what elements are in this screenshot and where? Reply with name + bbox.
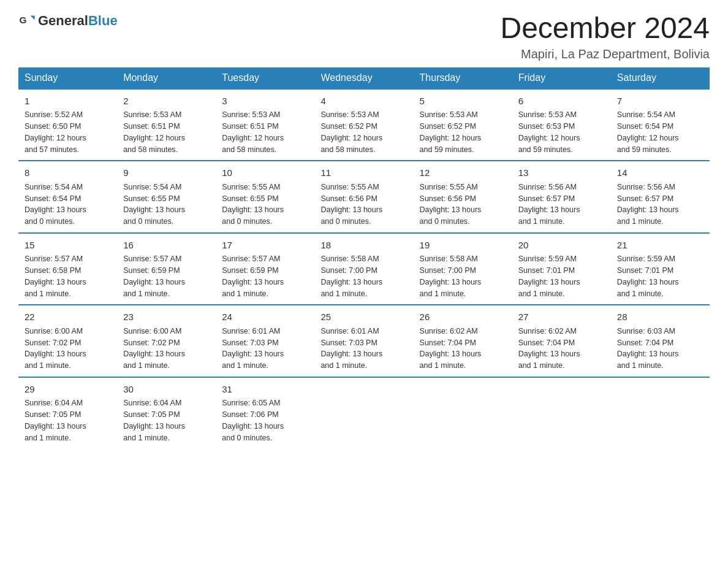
calendar-day-cell: 6Sunrise: 5:53 AMSunset: 6:53 PMDaylight… (512, 89, 611, 161)
calendar-header-row: SundayMondayTuesdayWednesdayThursdayFrid… (18, 67, 710, 89)
calendar-day-cell: 24Sunrise: 6:01 AMSunset: 7:03 PMDayligh… (216, 305, 314, 377)
day-info: Sunrise: 5:58 AMSunset: 7:00 PMDaylight:… (420, 253, 506, 299)
calendar-day-cell: 22Sunrise: 6:00 AMSunset: 7:02 PMDayligh… (18, 305, 117, 377)
day-info: Sunrise: 6:02 AMSunset: 7:04 PMDaylight:… (420, 326, 506, 372)
day-number: 17 (222, 239, 308, 253)
calendar-day-cell: 4Sunrise: 5:53 AMSunset: 6:52 PMDaylight… (314, 89, 413, 161)
day-number: 10 (222, 166, 308, 180)
day-info: Sunrise: 5:53 AMSunset: 6:52 PMDaylight:… (420, 109, 506, 155)
calendar-week-row: 1Sunrise: 5:52 AMSunset: 6:50 PMDaylight… (18, 89, 710, 161)
day-number: 12 (420, 166, 506, 180)
day-info: Sunrise: 6:03 AMSunset: 7:04 PMDaylight:… (617, 326, 703, 372)
location-subtitle: Mapiri, La Paz Department, Bolivia (500, 47, 710, 61)
calendar-day-cell: 15Sunrise: 5:57 AMSunset: 6:58 PMDayligh… (18, 233, 117, 305)
calendar-day-cell: 31Sunrise: 6:05 AMSunset: 7:06 PMDayligh… (216, 377, 314, 449)
day-info: Sunrise: 5:57 AMSunset: 6:59 PMDaylight:… (123, 253, 210, 299)
day-of-week-header: Wednesday (314, 67, 413, 89)
day-info: Sunrise: 5:59 AMSunset: 7:01 PMDaylight:… (617, 253, 703, 299)
logo-blue-text: Blue (88, 13, 118, 28)
day-info: Sunrise: 5:56 AMSunset: 6:57 PMDaylight:… (518, 182, 605, 228)
day-number: 9 (123, 166, 210, 180)
day-info: Sunrise: 5:55 AMSunset: 6:56 PMDaylight:… (420, 182, 506, 228)
day-number: 8 (25, 166, 111, 180)
calendar-day-cell: 21Sunrise: 5:59 AMSunset: 7:01 PMDayligh… (611, 233, 710, 305)
calendar-day-cell: 20Sunrise: 5:59 AMSunset: 7:01 PMDayligh… (512, 233, 611, 305)
title-block: December 2024 Mapiri, La Paz Department,… (500, 12, 710, 61)
calendar-day-cell (512, 377, 611, 449)
day-info: Sunrise: 5:56 AMSunset: 6:57 PMDaylight:… (617, 182, 703, 228)
day-number: 31 (222, 383, 308, 397)
day-number: 16 (123, 239, 210, 253)
logo: G GeneralBlue (18, 12, 118, 29)
day-number: 29 (25, 383, 111, 397)
day-info: Sunrise: 5:54 AMSunset: 6:55 PMDaylight:… (123, 182, 210, 228)
calendar-day-cell: 29Sunrise: 6:04 AMSunset: 7:05 PMDayligh… (18, 377, 117, 449)
day-info: Sunrise: 6:02 AMSunset: 7:04 PMDaylight:… (518, 326, 605, 372)
page-header: G GeneralBlue December 2024 Mapiri, La P… (18, 12, 710, 61)
calendar-day-cell: 8Sunrise: 5:54 AMSunset: 6:54 PMDaylight… (18, 161, 117, 233)
calendar-day-cell: 7Sunrise: 5:54 AMSunset: 6:54 PMDaylight… (611, 89, 710, 161)
day-number: 27 (518, 310, 605, 324)
day-info: Sunrise: 5:52 AMSunset: 6:50 PMDaylight:… (25, 109, 111, 155)
day-of-week-header: Sunday (18, 67, 117, 89)
day-number: 24 (222, 310, 308, 324)
calendar-day-cell: 27Sunrise: 6:02 AMSunset: 7:04 PMDayligh… (512, 305, 611, 377)
calendar-day-cell: 14Sunrise: 5:56 AMSunset: 6:57 PMDayligh… (611, 161, 710, 233)
calendar-day-cell: 13Sunrise: 5:56 AMSunset: 6:57 PMDayligh… (512, 161, 611, 233)
day-of-week-header: Tuesday (216, 67, 314, 89)
day-number: 21 (617, 239, 703, 253)
calendar-week-row: 8Sunrise: 5:54 AMSunset: 6:54 PMDaylight… (18, 161, 710, 233)
day-info: Sunrise: 6:01 AMSunset: 7:03 PMDaylight:… (222, 326, 308, 372)
calendar-day-cell: 23Sunrise: 6:00 AMSunset: 7:02 PMDayligh… (117, 305, 216, 377)
day-number: 2 (123, 94, 210, 109)
day-number: 18 (320, 239, 407, 253)
day-of-week-header: Monday (117, 67, 216, 89)
day-info: Sunrise: 5:55 AMSunset: 6:56 PMDaylight:… (320, 182, 407, 228)
calendar-day-cell: 28Sunrise: 6:03 AMSunset: 7:04 PMDayligh… (611, 305, 710, 377)
day-number: 14 (617, 166, 703, 180)
day-info: Sunrise: 6:00 AMSunset: 7:02 PMDaylight:… (25, 326, 111, 372)
day-info: Sunrise: 5:59 AMSunset: 7:01 PMDaylight:… (518, 253, 605, 299)
day-number: 6 (518, 94, 605, 109)
day-number: 7 (617, 94, 703, 109)
calendar-day-cell: 10Sunrise: 5:55 AMSunset: 6:55 PMDayligh… (216, 161, 314, 233)
svg-marker-1 (31, 16, 35, 20)
day-number: 22 (25, 310, 111, 324)
calendar-day-cell: 30Sunrise: 6:04 AMSunset: 7:05 PMDayligh… (117, 377, 216, 449)
day-info: Sunrise: 5:53 AMSunset: 6:51 PMDaylight:… (222, 109, 308, 155)
calendar-week-row: 15Sunrise: 5:57 AMSunset: 6:58 PMDayligh… (18, 233, 710, 305)
svg-text:G: G (19, 15, 26, 25)
calendar-day-cell (314, 377, 413, 449)
day-number: 11 (320, 166, 407, 180)
day-info: Sunrise: 5:54 AMSunset: 6:54 PMDaylight:… (25, 182, 111, 228)
calendar-day-cell: 16Sunrise: 5:57 AMSunset: 6:59 PMDayligh… (117, 233, 216, 305)
day-info: Sunrise: 6:04 AMSunset: 7:05 PMDaylight:… (25, 397, 111, 443)
day-info: Sunrise: 5:53 AMSunset: 6:52 PMDaylight:… (320, 109, 407, 155)
day-number: 20 (518, 239, 605, 253)
day-number: 25 (320, 310, 407, 324)
day-info: Sunrise: 5:58 AMSunset: 7:00 PMDaylight:… (320, 253, 407, 299)
logo-icon: G (18, 12, 36, 29)
day-number: 28 (617, 310, 703, 324)
calendar-day-cell: 2Sunrise: 5:53 AMSunset: 6:51 PMDaylight… (117, 89, 216, 161)
day-of-week-header: Thursday (414, 67, 512, 89)
day-number: 26 (420, 310, 506, 324)
calendar-day-cell (414, 377, 512, 449)
calendar-week-row: 22Sunrise: 6:00 AMSunset: 7:02 PMDayligh… (18, 305, 710, 377)
calendar-day-cell: 11Sunrise: 5:55 AMSunset: 6:56 PMDayligh… (314, 161, 413, 233)
day-info: Sunrise: 5:57 AMSunset: 6:59 PMDaylight:… (222, 253, 308, 299)
day-number: 19 (420, 239, 506, 253)
calendar-day-cell: 26Sunrise: 6:02 AMSunset: 7:04 PMDayligh… (414, 305, 512, 377)
calendar-week-row: 29Sunrise: 6:04 AMSunset: 7:05 PMDayligh… (18, 377, 710, 449)
day-info: Sunrise: 6:00 AMSunset: 7:02 PMDaylight:… (123, 326, 210, 372)
day-number: 1 (25, 94, 111, 109)
day-info: Sunrise: 5:54 AMSunset: 6:54 PMDaylight:… (617, 109, 703, 155)
day-number: 4 (320, 94, 407, 109)
month-title: December 2024 (500, 12, 710, 45)
day-info: Sunrise: 6:05 AMSunset: 7:06 PMDaylight:… (222, 397, 308, 443)
calendar-day-cell: 9Sunrise: 5:54 AMSunset: 6:55 PMDaylight… (117, 161, 216, 233)
day-of-week-header: Friday (512, 67, 611, 89)
day-number: 23 (123, 310, 210, 324)
day-info: Sunrise: 6:01 AMSunset: 7:03 PMDaylight:… (320, 326, 407, 372)
calendar-table: SundayMondayTuesdayWednesdayThursdayFrid… (18, 67, 710, 449)
